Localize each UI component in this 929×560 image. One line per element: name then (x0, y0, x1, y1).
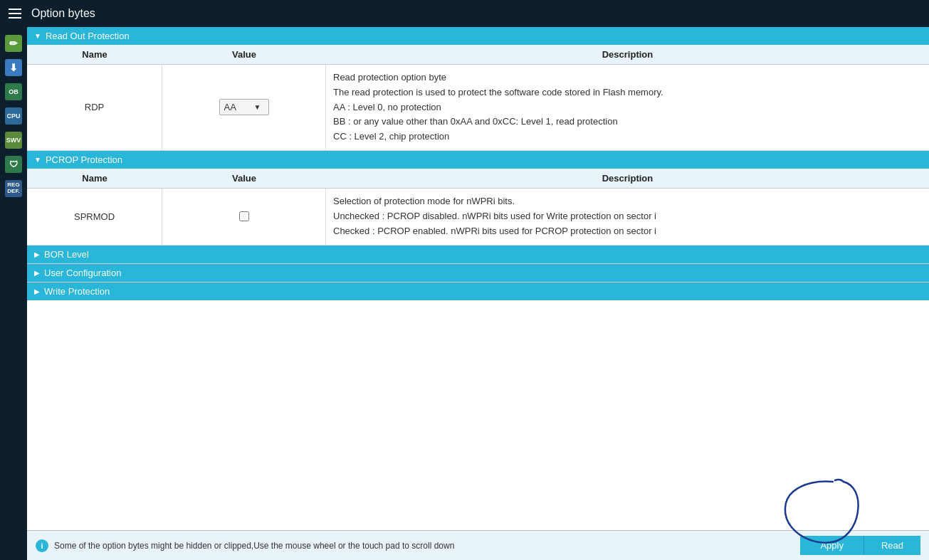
bottom-info: i Some of the option bytes might be hidd… (36, 539, 454, 552)
download-icon: ⬇ (5, 59, 22, 76)
sidebar-item-shield[interactable]: 🛡 (3, 154, 24, 175)
app-header: Option bytes (0, 0, 929, 27)
pcrop-col-desc: Description (326, 169, 929, 188)
pencil-icon: ✏ (5, 35, 22, 52)
rop-col-desc: Description (326, 45, 929, 64)
page-title: Option bytes (31, 7, 95, 20)
section-user-label: User Configuration (44, 268, 121, 278)
rop-rdp-desc: Read protection option byte The read pro… (326, 65, 929, 150)
pcrop-sprmod-value (162, 189, 326, 245)
apply-button[interactable]: Apply (800, 536, 864, 555)
rop-rdp-name: RDP (27, 65, 162, 150)
main-layout: ✏ ⬇ OB CPU SWV 🛡 REGDEF. ▼ Read Out Prot… (0, 27, 929, 560)
sidebar-item-ob[interactable]: OB (3, 81, 24, 102)
chevron-right-icon: ▶ (34, 269, 40, 277)
chevron-down-icon: ▼ (34, 156, 41, 164)
sidebar-item-swv[interactable]: SWV (3, 130, 24, 151)
chevron-right-icon: ▶ (34, 287, 40, 295)
bottom-info-text: Some of the option bytes might be hidden… (54, 541, 454, 551)
rdp-dropdown-value: AA (224, 102, 236, 112)
section-read-out-protection[interactable]: ▼ Read Out Protection (27, 27, 929, 45)
rop-rdp-value: AA ▼ (162, 65, 326, 150)
rop-row-rdp: RDP AA ▼ Read protection option byte The… (27, 65, 929, 151)
sidebar-item-download[interactable]: ⬇ (3, 57, 24, 78)
content-area: ▼ Read Out Protection Name Value Descrip… (27, 27, 929, 560)
chevron-down-icon: ▼ (254, 103, 261, 111)
rop-col-name: Name (27, 45, 162, 64)
pcrop-col-name: Name (27, 169, 162, 188)
rop-table-header: Name Value Description (27, 45, 929, 65)
reg-icon: REGDEF. (5, 180, 22, 197)
swv-icon: SWV (5, 132, 22, 149)
rdp-dropdown[interactable]: AA ▼ (219, 99, 269, 115)
shield-icon: 🛡 (5, 156, 22, 173)
sidebar-item-reg[interactable]: REGDEF. (3, 178, 24, 199)
info-icon: i (36, 539, 48, 552)
pcrop-col-value: Value (162, 169, 326, 188)
empty-space (27, 300, 929, 478)
scrollable-content[interactable]: ▼ Read Out Protection Name Value Descrip… (27, 27, 929, 530)
chevron-right-icon: ▶ (34, 250, 40, 258)
pcrop-table-header: Name Value Description (27, 169, 929, 189)
sidebar-item-cpu[interactable]: CPU (3, 105, 24, 127)
section-pcrop-label: PCROP Protection (46, 154, 122, 165)
rop-col-value: Value (162, 45, 326, 64)
sprmod-checkbox[interactable] (239, 211, 249, 221)
section-pcrop-protection[interactable]: ▼ PCROP Protection (27, 151, 929, 169)
read-button[interactable]: Read (864, 536, 920, 555)
sidebar: ✏ ⬇ OB CPU SWV 🛡 REGDEF. (0, 27, 27, 560)
pcrop-sprmod-desc: Selection of protection mode for nWPRi b… (326, 189, 929, 245)
section-bor-level[interactable]: ▶ BOR Level (27, 245, 929, 263)
section-write-label: Write Protection (44, 286, 110, 297)
chevron-down-icon: ▼ (34, 32, 41, 40)
menu-icon[interactable] (9, 9, 21, 19)
sprmod-checkbox-wrapper (239, 211, 249, 221)
section-write-protection[interactable]: ▶ Write Protection (27, 282, 929, 300)
collapsed-sections: ▶ BOR Level ▶ User Configuration ▶ Write… (27, 245, 929, 300)
pcrop-sprmod-name: SPRMOD (27, 189, 162, 245)
pcrop-row-sprmod: SPRMOD Selection of protection mode for … (27, 189, 929, 245)
ob-icon: OB (5, 83, 22, 100)
bottom-buttons: Apply Read (800, 536, 920, 555)
sidebar-item-pencil[interactable]: ✏ (3, 33, 24, 54)
cpu-icon: CPU (5, 107, 22, 125)
bottom-bar: i Some of the option bytes might be hidd… (27, 530, 929, 560)
section-bor-label: BOR Level (44, 249, 89, 260)
section-rop-label: Read Out Protection (46, 31, 130, 41)
section-user-config[interactable]: ▶ User Configuration (27, 264, 929, 282)
